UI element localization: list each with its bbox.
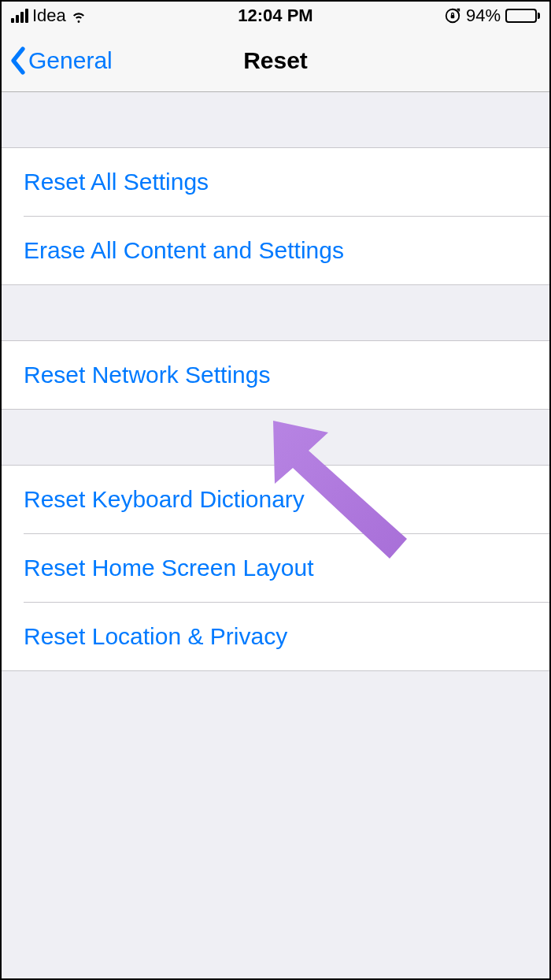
back-button[interactable]: General bbox=[9, 46, 113, 75]
erase-all-content-and-settings[interactable]: Erase All Content and Settings bbox=[2, 217, 549, 284]
section-spacer bbox=[2, 285, 549, 340]
nav-bar: General Reset bbox=[2, 30, 549, 92]
carrier-label: Idea bbox=[32, 6, 66, 26]
battery-percent: 94% bbox=[466, 6, 501, 26]
signal-bars-icon bbox=[11, 9, 28, 23]
reset-home-screen-layout[interactable]: Reset Home Screen Layout bbox=[2, 534, 549, 602]
svg-rect-1 bbox=[451, 15, 455, 18]
clock: 12:04 PM bbox=[187, 6, 364, 26]
reset-all-settings[interactable]: Reset All Settings bbox=[2, 148, 549, 216]
section-spacer bbox=[2, 92, 549, 147]
content: Reset All Settings Erase All Content and… bbox=[2, 92, 549, 671]
chevron-left-icon bbox=[9, 46, 27, 75]
battery-icon bbox=[505, 9, 540, 23]
list-group-3: Reset Keyboard Dictionary Reset Home Scr… bbox=[2, 465, 549, 671]
reset-keyboard-dictionary[interactable]: Reset Keyboard Dictionary bbox=[2, 466, 549, 533]
list-group-2: Reset Network Settings bbox=[2, 340, 549, 410]
reset-network-settings[interactable]: Reset Network Settings bbox=[2, 341, 549, 409]
orientation-lock-icon bbox=[444, 7, 461, 24]
section-spacer bbox=[2, 410, 549, 465]
status-bar: Idea 12:04 PM 94% bbox=[2, 2, 549, 30]
list-group-1: Reset All Settings Erase All Content and… bbox=[2, 147, 549, 285]
wifi-icon bbox=[70, 7, 87, 24]
back-label: General bbox=[28, 47, 113, 74]
reset-location-privacy[interactable]: Reset Location & Privacy bbox=[2, 603, 549, 670]
